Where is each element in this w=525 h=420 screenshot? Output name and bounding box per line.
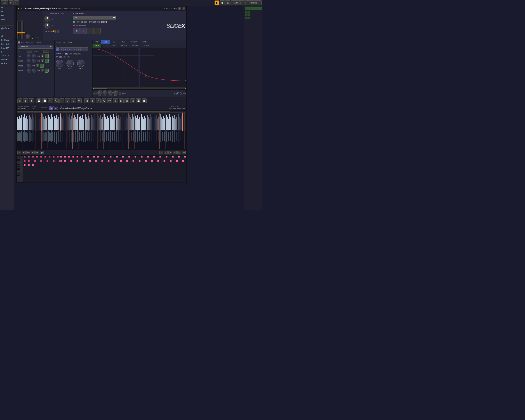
crosshair-btn[interactable]: ✛ [90,98,95,103]
triangle-btn[interactable]: △ [96,98,101,103]
copy-btn[interactable]: 📋 [142,98,147,103]
wf-end-btn[interactable]: ⏭ [36,151,39,154]
loop-btn-2[interactable]: ↺ [65,98,70,103]
amp-knob-1[interactable] [27,54,31,58]
arrow-btn[interactable]: ↘ [102,98,106,103]
playlist-item-6[interactable]: k-V1-p8y [0,46,14,50]
slot-4[interactable]: 4 [68,47,72,51]
filter-x3-btn[interactable]: x3 [67,56,70,58]
all-dropdown[interactable]: All [1,0,8,5]
wf-play-btn[interactable]: ▶ [18,151,21,154]
sus-knob[interactable] [108,90,112,95]
filter-hp-btn[interactable]: HP [77,53,81,55]
close-btn[interactable]: ✕ [182,7,185,10]
length-ctrl-2[interactable]: ⊕ [179,107,181,110]
cut-btn[interactable]: ✂ [48,98,53,103]
start-knob-1[interactable] [27,69,31,73]
sidebar-item-se[interactable]: se [0,10,14,14]
mode-btn-1[interactable]: ▲ [32,37,34,39]
mode-btn-4[interactable]: ≡ [38,37,39,39]
length-ctrl-4[interactable]: ↺ [183,107,185,110]
slot-3[interactable]: 3 [64,47,68,51]
tab-mody[interactable]: MOD Y [130,44,141,47]
playlist-item-8[interactable]: _VOL_3 [0,54,14,58]
out-input[interactable] [27,50,32,53]
tempo-check[interactable]: TEMPO [119,93,127,94]
speed-art-value[interactable]: 1 [36,64,39,67]
filter-knob-2[interactable] [32,59,36,63]
tab-cut[interactable]: CUT [110,40,119,44]
filter-x1-btn[interactable]: x1 [59,56,62,58]
stop-btn[interactable]: ■ [29,98,34,103]
tab-speed[interactable]: SPEED [128,40,140,44]
start-knob-2[interactable] [32,69,36,73]
env-snap-icon[interactable]: ✳ [174,92,175,94]
start-mod-btn[interactable] [45,69,49,73]
playlist-item-7[interactable]: s [0,50,14,54]
wf-move-btn[interactable]: ⟺ [27,151,30,154]
amp-art-value[interactable]: 1 [41,55,44,57]
sidebar-item-ects[interactable]: ects [0,18,14,21]
marker-btn[interactable]: | [59,98,64,103]
playlist-item-1[interactable]: ple Pack [0,27,14,30]
play-btn[interactable]: ▶ [23,98,28,103]
slot-7[interactable]: 7 [80,47,84,51]
wf-snap-btn[interactable]: ✳ [173,151,177,154]
undo-btn[interactable]: ↩ [9,0,14,5]
deck-b-btn[interactable]: B [54,107,58,110]
dec-knob[interactable] [103,90,107,95]
filter-bs-btn[interactable]: BS [73,53,77,55]
slot-1[interactable]: 1 [56,47,59,51]
cut-input[interactable] [43,50,49,53]
extra-btn-4[interactable]: ⊡ [130,98,135,103]
save-btn[interactable]: 💾 [37,98,41,103]
env-scrollbar-thumb[interactable] [94,88,107,89]
speed-mod-btn[interactable] [40,64,44,68]
mode-btn-3[interactable]: ∿ [36,37,38,39]
pattern-dropdown[interactable]: Pattern 1 [245,0,262,5]
tab-modx[interactable]: MOD X [119,44,130,47]
view-btn-grid[interactable]: ⊞ [73,28,80,34]
playlist-item-5[interactable]: rter Pack [0,42,14,46]
extra-btn-3[interactable]: ⊠ [124,98,129,103]
new-btn[interactable]: 📄 [42,98,47,103]
wf-loop-btn[interactable]: ↺ [22,151,26,154]
marker-dropdown[interactable]: Marker #1 [18,45,53,49]
filter-art-value[interactable]: 1 [41,59,44,62]
length-ctrl-1[interactable]: ⊕ [177,107,179,110]
extra-btn-2[interactable]: ⊟ [119,98,124,103]
wf-star-btn[interactable]: ✦ [168,151,172,154]
loop-toggle-btn[interactable]: ∞ [18,98,22,103]
tab-start[interactable]: START [139,40,150,44]
wf-headphones-btn[interactable]: 🎧 [177,151,181,154]
filter-bp-btn[interactable]: BP [69,53,72,55]
waveform-scroll-thumb[interactable] [17,111,170,112]
wf-sort-btn[interactable]: ≡ [159,151,163,154]
filter-mod-btn[interactable] [45,59,49,63]
deck-a-btn[interactable]: A [49,107,53,110]
filter-knob-1[interactable] [27,59,31,63]
save-btn-2[interactable]: 💾 [136,98,141,103]
beat-dropdown[interactable]: 1/4 beat [231,0,245,5]
wf-filter-btn[interactable]: | [164,151,168,154]
rel-knob[interactable] [113,90,118,95]
view-btn-4[interactable] [94,28,101,34]
minimize-btn[interactable]: ─ [178,7,181,10]
wf-start-btn[interactable]: ⏮ [31,151,35,154]
slot-6[interactable]: 6 [76,47,80,51]
playlist-item-3[interactable]: ck [0,34,14,38]
amp-knob-2[interactable] [32,54,36,58]
tempo-checkbox[interactable] [119,93,121,94]
mod-x-knob[interactable] [45,16,50,21]
slot-5[interactable]: 5 [72,47,76,51]
record-btn[interactable]: ⏺ [220,0,225,5]
playlist-item-10[interactable]: ter Pack [0,62,14,65]
view-btn-3[interactable] [87,28,94,34]
run-btn[interactable]: RUN [107,98,112,103]
mixer-pan-knob[interactable] [26,35,30,39]
slot-8[interactable]: 8 [84,47,88,51]
filter-lp-btn[interactable]: LP [65,53,68,55]
filter-x2-btn[interactable]: x2 [63,56,66,58]
mode-btn-2[interactable]: ✦ [34,37,36,39]
sidebar-item-ets[interactable]: ets [0,14,14,18]
